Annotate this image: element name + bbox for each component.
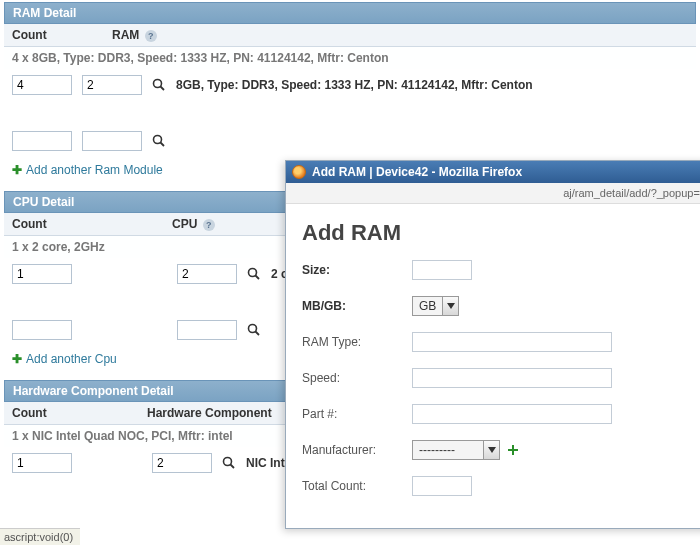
cpu-count-input[interactable] — [12, 264, 72, 284]
hw-count-input[interactable] — [12, 453, 72, 473]
cpu-id-input-2[interactable] — [177, 320, 237, 340]
mbgb-row: MB/GB: GB — [302, 296, 698, 316]
plus-icon: ✚ — [12, 163, 22, 177]
svg-point-8 — [224, 458, 232, 466]
firefox-icon — [292, 165, 306, 179]
add-manufacturer-icon[interactable] — [506, 443, 520, 457]
speed-input[interactable] — [412, 368, 612, 388]
cpu-count-input-2[interactable] — [12, 320, 72, 340]
speed-row: Speed: — [302, 368, 698, 388]
svg-line-3 — [161, 143, 165, 147]
mbgb-label: MB/GB: — [302, 299, 412, 313]
part-row: Part #: — [302, 404, 698, 424]
popup-urlbar[interactable]: aj/ram_detail/add/?_popup=1 — [286, 183, 700, 204]
add-ram-popup: Add RAM | Device42 - Mozilla Firefox aj/… — [285, 160, 700, 529]
ram-count-input[interactable] — [12, 75, 72, 95]
ram-id-input-2[interactable] — [82, 131, 142, 151]
ram-col-count: Count — [12, 28, 112, 42]
svg-line-5 — [256, 276, 260, 280]
chevron-down-icon — [483, 441, 499, 459]
size-row: Size: — [302, 260, 698, 280]
ram-detail-section: RAM Detail Count RAM ? 4 x 8GB, Type: DD… — [4, 2, 696, 183]
total-label: Total Count: — [302, 479, 412, 493]
svg-point-4 — [249, 269, 257, 277]
popup-body: Add RAM Size: MB/GB: GB RAM Type: Speed:… — [286, 204, 700, 528]
part-label: Part #: — [302, 407, 412, 421]
help-icon[interactable]: ? — [203, 219, 215, 231]
ram-edit-row-1: 8GB, Type: DDR3, Speed: 1333 HZ, PN: 411… — [4, 69, 696, 101]
help-icon[interactable]: ? — [145, 30, 157, 42]
mfg-row: Manufacturer: --------- — [302, 440, 698, 460]
plus-icon: ✚ — [12, 352, 22, 366]
ram-count-input-2[interactable] — [12, 131, 72, 151]
ram-id-input[interactable] — [82, 75, 142, 95]
search-icon[interactable] — [152, 78, 166, 92]
popup-heading: Add RAM — [302, 220, 698, 246]
mfg-label: Manufacturer: — [302, 443, 412, 457]
svg-point-2 — [154, 136, 162, 144]
svg-line-9 — [231, 465, 235, 469]
status-bar: ascript:void(0) — [0, 528, 80, 545]
type-row: RAM Type: — [302, 332, 698, 352]
total-input[interactable] — [412, 476, 472, 496]
popup-title: Add RAM | Device42 - Mozilla Firefox — [312, 165, 522, 179]
ram-col-main: RAM ? — [112, 28, 688, 42]
svg-point-6 — [249, 325, 257, 333]
svg-marker-11 — [488, 447, 496, 453]
add-cpu-label: Add another Cpu — [26, 352, 117, 366]
speed-label: Speed: — [302, 371, 412, 385]
size-input[interactable] — [412, 260, 472, 280]
svg-line-1 — [161, 87, 165, 91]
type-label: RAM Type: — [302, 335, 412, 349]
svg-point-0 — [154, 80, 162, 88]
hw-id-input[interactable] — [152, 453, 212, 473]
svg-marker-10 — [447, 303, 455, 309]
ram-col-headers: Count RAM ? — [4, 24, 696, 47]
ram-existing-row: 4 x 8GB, Type: DDR3, Speed: 1333 HZ, PN:… — [4, 47, 696, 69]
hw-col-count: Count — [12, 406, 147, 420]
ram-col-main-label: RAM — [112, 28, 139, 42]
add-ram-label: Add another Ram Module — [26, 163, 163, 177]
cpu-col-main-label: CPU — [172, 217, 197, 231]
mfg-select[interactable]: --------- — [412, 440, 500, 460]
svg-line-7 — [256, 332, 260, 336]
search-icon[interactable] — [247, 267, 261, 281]
search-icon[interactable] — [247, 323, 261, 337]
mbgb-select[interactable]: GB — [412, 296, 459, 316]
mbgb-value: GB — [413, 299, 442, 313]
popup-titlebar[interactable]: Add RAM | Device42 - Mozilla Firefox — [286, 161, 700, 183]
type-input[interactable] — [412, 332, 612, 352]
svg-rect-13 — [508, 449, 518, 451]
ram-edit-row-2 — [4, 125, 696, 157]
chevron-down-icon — [442, 297, 458, 315]
search-icon[interactable] — [152, 134, 166, 148]
ram-desc: 8GB, Type: DDR3, Speed: 1333 HZ, PN: 411… — [176, 78, 533, 92]
cpu-col-count: Count — [12, 217, 172, 231]
mfg-value: --------- — [413, 443, 483, 457]
ram-header: RAM Detail — [4, 2, 696, 24]
cpu-id-input[interactable] — [177, 264, 237, 284]
size-label: Size: — [302, 263, 412, 277]
total-row: Total Count: — [302, 476, 698, 496]
part-input[interactable] — [412, 404, 612, 424]
search-icon[interactable] — [222, 456, 236, 470]
